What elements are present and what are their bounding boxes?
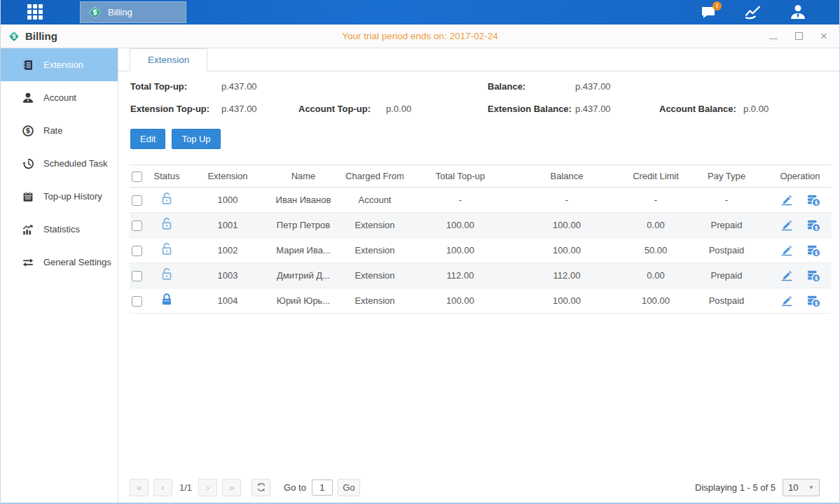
balance-cell: 100.00 [507,288,627,314]
table-row: 1003 Дмитрий Д... Extension 112.00 112.0… [130,263,832,288]
total-topup-cell: 100.00 [414,238,507,263]
prev-page-button[interactable]: ‹ [153,479,172,496]
sidebar-item-scheduled-task[interactable]: Scheduled Task [1,147,118,180]
row-checkbox[interactable] [132,220,142,231]
tab-extension[interactable]: Extension [130,48,207,71]
extension-balance-label: Extension Balance: [488,104,575,114]
sidebar-item-account[interactable]: Account [1,81,118,114]
sidebar-item-topup-history[interactable]: Top-up History [1,180,118,213]
credit-limit-cell: 0.00 [627,263,684,288]
maximize-icon [795,32,803,40]
credit-limit-cell: - [627,188,684,213]
balance-cell: - [507,188,627,213]
close-icon: × [820,30,827,42]
pencil-icon [780,293,794,308]
unlocked-icon [159,216,174,232]
balance-cell: 100.00 [507,213,627,238]
row-checkbox[interactable] [132,296,142,307]
sidebar-item-label: General Settings [43,257,111,267]
unlocked-icon [159,267,174,282]
sidebar-item-label: Account [43,92,76,103]
balance-cell: 100.00 [507,238,627,263]
apps-grid-icon[interactable] [27,4,48,21]
coins-icon [806,192,821,208]
edit-row-button[interactable] [780,293,794,308]
billing-taskbar-tab[interactable]: Billing [80,1,186,23]
dollar-coin-icon [22,125,34,137]
locked-icon [159,292,174,307]
trial-period-notice: Your trial period ends on: 2017-02-24 [1,31,839,41]
notification-badge: ! [712,1,722,10]
name-cell: Мария Ива... [271,238,336,263]
select-all-checkbox[interactable] [132,172,142,182]
go-button[interactable]: Go [338,479,360,496]
row-checkbox[interactable] [132,195,142,206]
coins-icon [806,243,821,258]
column-header-total-topup: Total Top-up [414,165,507,188]
sidebar-item-label: Statistics [43,224,80,234]
sidebar-item-rate[interactable]: Rate [1,114,118,147]
top-up-row-button[interactable] [806,243,821,258]
page-indicator: 1/1 [179,482,192,493]
sidebar-item-general-settings[interactable]: General Settings [1,246,118,279]
sidebar-item-extension[interactable]: Extension [1,48,118,81]
name-cell: Иван Иванов [271,188,336,213]
edit-button[interactable]: Edit [130,129,165,149]
column-header-name: Name [271,165,336,188]
edit-row-button[interactable] [780,218,794,232]
billing-diamond-icon [8,30,20,43]
ledger-icon [22,59,34,71]
window-controls: × [768,31,829,42]
balance-label: Balance: [488,81,575,92]
unlocked-icon [159,241,174,257]
total-topup-cell: 100.00 [414,213,507,238]
total-topup-cell: - [414,188,507,213]
edit-row-button[interactable] [780,268,794,283]
sidebar-item-statistics[interactable]: Statistics [1,213,118,246]
page-size-select[interactable]: 10 ▼ [783,479,820,496]
minimize-button[interactable] [768,31,779,42]
edit-row-button[interactable] [780,192,794,207]
account-button[interactable] [787,3,808,22]
maximize-button[interactable] [793,31,804,42]
next-page-button[interactable]: › [198,479,217,496]
coins-icon [806,218,821,233]
first-page-button[interactable]: « [130,479,149,496]
top-up-button[interactable]: Top Up [172,129,220,149]
row-checkbox[interactable] [132,271,142,281]
column-header-extension: Extension [184,165,271,188]
window-title: Billing [25,30,57,42]
status-cell [149,238,184,263]
top-up-row-button[interactable] [806,218,821,233]
column-header-status: Status [149,165,184,188]
billing-app-window: Billing ! Billing Your trial period ends… [0,0,840,504]
top-app-bar: Billing ! [1,0,839,24]
extension-cell: 1004 [184,288,271,314]
top-up-row-button[interactable] [806,192,821,208]
pay-type-cell: Prepaid [684,263,769,288]
close-button[interactable]: × [818,31,829,42]
goto-page-input[interactable] [312,479,333,496]
extension-topup-label: Extension Top-up: [130,104,221,114]
monitor-button[interactable] [743,3,764,22]
status-cell [149,288,184,314]
edit-row-button[interactable] [780,243,794,258]
column-header-operation: Operation [769,165,832,188]
extension-cell: 1000 [184,188,271,213]
top-up-row-button[interactable] [806,293,821,309]
table-row: 1002 Мария Ива... Extension 100.00 100.0… [130,238,832,263]
notifications-button[interactable]: ! [698,3,719,22]
top-up-row-button[interactable] [806,268,821,284]
user-icon [789,4,807,21]
swap-arrows-icon [22,256,34,269]
balance-summary: Total Top-up: p.437.00 Balance: p.437.00… [130,81,839,114]
row-checkbox[interactable] [132,246,142,256]
pay-type-cell: - [684,188,769,213]
refresh-button[interactable] [252,479,270,496]
last-page-button[interactable]: » [222,479,241,496]
tab-strip: Extension [118,48,839,71]
statistics-chart-icon [22,223,34,236]
billing-diamond-icon [88,5,102,20]
pagination-bar: « ‹ 1/1 › » Go to Go Displaying 1 - 5 of… [130,477,820,497]
balance-cell: 112.00 [507,263,627,288]
